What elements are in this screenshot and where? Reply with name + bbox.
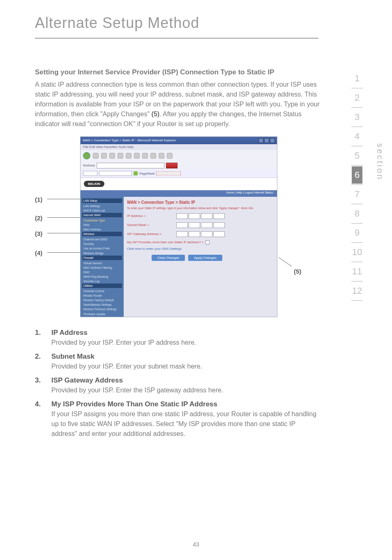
section-heading: Setting your Internet Service Provider (… xyxy=(35,67,321,77)
max-icon[interactable] xyxy=(264,138,269,143)
callout-3: (3) xyxy=(35,230,42,237)
callout-line-5 xyxy=(279,257,292,267)
sidebar-item-restart[interactable]: Restart Router xyxy=(82,293,122,298)
list-title: IP Address xyxy=(51,329,321,337)
nav-9[interactable]: 9 xyxy=(345,224,369,242)
apply-button[interactable]: Apply Changes xyxy=(188,255,222,261)
nav-8[interactable]: 8 xyxy=(345,205,369,222)
clear-button[interactable]: Clear Changes xyxy=(152,255,185,261)
callout-2: (2) xyxy=(35,214,42,221)
google-blocked[interactable] xyxy=(156,171,181,175)
google-logo[interactable] xyxy=(83,171,97,176)
sidebar-item-lan-settings[interactable]: LAN Settings xyxy=(82,204,122,208)
sidebar-item-firmware[interactable]: Firmware Update xyxy=(82,312,122,316)
nav-12[interactable]: 12 xyxy=(345,282,369,300)
nav-divider xyxy=(351,184,363,185)
sidebar-item-dns[interactable]: DNS xyxy=(82,223,122,227)
sidebar-item-dhcp[interactable]: DHCP Client List xyxy=(82,208,122,213)
router-subheader: Home | Help | Logout Internet Status: xyxy=(81,190,277,197)
list-row: 3. ISP Gateway Address Provided by your … xyxy=(35,376,321,395)
gw-box-3[interactable] xyxy=(201,231,212,237)
sidebar-item-mac[interactable]: MAC Address xyxy=(82,227,122,232)
subnet-box-4[interactable] xyxy=(213,222,225,228)
nav-10[interactable]: 10 xyxy=(345,244,369,261)
favorites-icon[interactable] xyxy=(134,153,140,159)
sidebar-head-utilities: Utilities xyxy=(82,283,122,288)
ip-box-3[interactable] xyxy=(201,213,212,219)
gw-box-4[interactable] xyxy=(213,231,225,237)
address-input[interactable] xyxy=(97,163,164,168)
ip-box-2[interactable] xyxy=(189,213,200,219)
go-button[interactable] xyxy=(166,163,178,168)
nav-divider xyxy=(351,127,363,127)
nav-2[interactable]: 2 xyxy=(345,89,369,106)
nav-divider xyxy=(351,300,363,301)
browser-menu[interactable]: File Edit View Favorites Tools Help xyxy=(81,144,277,150)
nav-divider xyxy=(351,107,363,108)
section-nav: 1 2 3 4 5 6 7 8 9 10 11 12 xyxy=(345,70,369,302)
nav-divider xyxy=(351,204,363,204)
nav-divider xyxy=(351,88,363,88)
media-icon[interactable] xyxy=(142,153,148,159)
sidebar-item-backup[interactable]: Save/Backup Settings xyxy=(82,302,122,307)
nav-11[interactable]: 11 xyxy=(345,263,369,280)
gw-box-2[interactable] xyxy=(189,231,200,237)
subnet-box-3[interactable] xyxy=(201,222,212,228)
nav-6[interactable]: 6 xyxy=(352,166,362,184)
callout-line-2 xyxy=(47,217,80,218)
main-desc: To enter your Static IP settings, type i… xyxy=(127,206,274,210)
subnet-box-2[interactable] xyxy=(189,222,200,228)
sidebar-item-vservers[interactable]: Virtual Servers xyxy=(82,261,122,265)
nav-divider xyxy=(351,146,363,146)
sidebar-item-parental[interactable]: Parental Control xyxy=(82,289,122,293)
sidebar-item-bridge[interactable]: Wireless Bridge xyxy=(82,251,122,256)
gw-box-1[interactable] xyxy=(176,231,188,237)
sidebar-item-macfilter[interactable]: MAC Address Filtering xyxy=(82,265,122,270)
callout-line-1 xyxy=(47,199,80,199)
back-icon[interactable] xyxy=(83,152,90,159)
sidebar-item-wanping[interactable]: WAN Ping Blocking xyxy=(82,274,122,279)
list-text: Provided by your ISP. Enter your IP addr… xyxy=(51,338,321,348)
sidebar-item-channel[interactable]: Channel and SSID xyxy=(82,237,122,242)
stop-icon[interactable] xyxy=(101,153,107,159)
print-icon[interactable] xyxy=(167,153,173,159)
sidebar-item-system[interactable]: System Settings xyxy=(82,316,122,317)
sidebar-item-dmz[interactable]: DMZ xyxy=(82,270,122,274)
dns-link[interactable]: Click here to enter your DNS Settings xyxy=(127,247,274,251)
google-text: PageRank xyxy=(139,172,154,175)
sidebar-item-conntype[interactable]: Connection Type xyxy=(82,218,122,223)
google-search-input[interactable] xyxy=(99,171,132,176)
nav-4[interactable]: 4 xyxy=(345,128,369,145)
checkbox-input[interactable] xyxy=(205,240,210,244)
checkbox-row: My ISP Provides more than one Static IP … xyxy=(127,240,274,244)
sidebar-item-ap[interactable]: Use as Access Point xyxy=(82,246,122,251)
subnet-box-1[interactable] xyxy=(176,222,188,228)
refresh-icon[interactable] xyxy=(109,153,115,159)
min-icon[interactable] xyxy=(258,138,263,143)
sidebar-item-security[interactable]: Security xyxy=(82,242,122,246)
list-num: 2. xyxy=(35,353,51,371)
ip-box-4[interactable] xyxy=(213,213,225,219)
history-icon[interactable] xyxy=(150,153,156,159)
google-searchweb-icon[interactable] xyxy=(134,171,138,175)
home-icon[interactable] xyxy=(118,153,123,159)
gateway-boxes xyxy=(176,231,225,237)
nav-5[interactable]: 5 xyxy=(345,147,369,164)
list-title: ISP Gateway Address xyxy=(51,376,321,385)
nav-1[interactable]: 1 xyxy=(345,70,369,87)
sidebar-item-seclog[interactable]: Security Log xyxy=(82,279,122,283)
list-num: 1. xyxy=(35,329,51,348)
close-icon[interactable] xyxy=(270,138,275,143)
sidebar-item-restoreprev[interactable]: Restore Previous Settings xyxy=(82,307,122,311)
sidebar-item-restore[interactable]: Restore Factory Default xyxy=(82,298,122,302)
form-row-subnet: Subnet Mask > xyxy=(127,222,274,228)
nav-divider xyxy=(351,242,363,243)
list-text: Provided by your ISP. Enter the ISP gate… xyxy=(51,385,321,395)
ip-box-1[interactable] xyxy=(176,213,188,219)
search-icon[interactable] xyxy=(126,153,131,159)
nav-7[interactable]: 7 xyxy=(345,186,369,203)
mail-icon[interactable] xyxy=(159,153,164,159)
nav-3[interactable]: 3 xyxy=(345,108,369,126)
nav-divider xyxy=(351,165,363,166)
forward-icon[interactable] xyxy=(93,153,99,159)
